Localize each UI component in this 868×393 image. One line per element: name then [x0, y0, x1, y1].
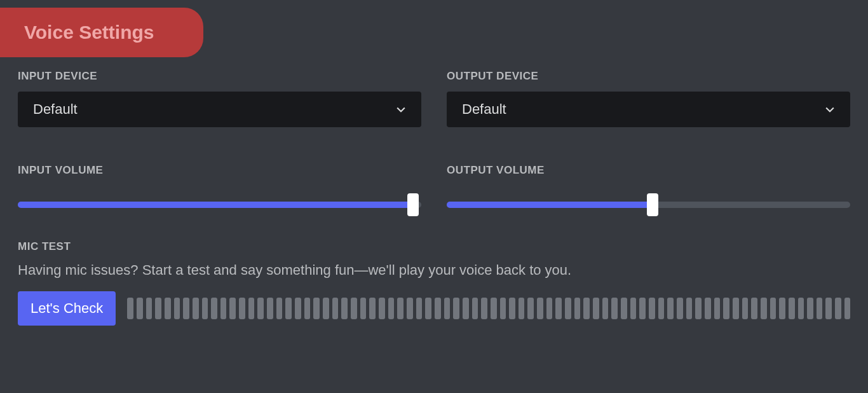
meter-bar	[686, 298, 693, 319]
meter-bar	[639, 298, 646, 319]
meter-bar	[304, 298, 311, 319]
meter-bar	[705, 298, 711, 319]
meter-bar	[583, 298, 590, 319]
meter-bar	[817, 298, 823, 319]
meter-bar	[360, 298, 367, 319]
meter-bar	[714, 298, 721, 319]
meter-bar	[574, 298, 581, 319]
meter-bar	[146, 298, 153, 319]
input-volume-slider[interactable]	[18, 197, 421, 212]
meter-bar	[742, 298, 749, 319]
slider-fill	[447, 202, 653, 208]
chevron-down-icon	[395, 103, 407, 116]
input-device-value: Default	[33, 101, 78, 118]
output-volume-slider[interactable]	[447, 197, 850, 212]
meter-bar	[155, 298, 161, 319]
input-device-label: INPUT DEVICE	[18, 70, 421, 83]
meter-bar	[341, 298, 348, 319]
meter-bar	[276, 298, 283, 319]
meter-bar	[193, 298, 199, 319]
meter-bar	[248, 298, 255, 319]
meter-bar	[649, 298, 655, 319]
meter-bar	[835, 298, 841, 319]
chevron-down-icon	[824, 103, 836, 116]
meter-bar	[519, 298, 525, 319]
input-device-select[interactable]: Default	[18, 92, 421, 127]
meter-bar	[416, 298, 423, 319]
meter-bar	[500, 298, 506, 319]
meter-bar	[509, 298, 515, 319]
meter-bar	[555, 298, 562, 319]
meter-bar	[825, 298, 832, 319]
meter-bar	[630, 298, 637, 319]
meter-bar	[844, 298, 851, 319]
mic-test-description: Having mic issues? Start a test and say …	[18, 262, 850, 279]
meter-bar	[425, 298, 431, 319]
page-title: Voice Settings	[0, 8, 203, 57]
meter-bar	[332, 298, 339, 319]
meter-bar	[546, 298, 553, 319]
output-device-label: OUTPUT DEVICE	[447, 70, 850, 83]
meter-bar	[407, 298, 413, 319]
meter-bar	[779, 298, 785, 319]
meter-bar	[789, 298, 795, 319]
meter-bar	[267, 298, 273, 319]
meter-bar	[491, 298, 497, 319]
meter-bar	[658, 298, 665, 319]
meter-bar	[751, 298, 757, 319]
meter-bar	[257, 298, 264, 319]
meter-bar	[379, 298, 385, 319]
output-device-value: Default	[462, 101, 506, 118]
meter-bar	[351, 298, 357, 319]
meter-bar	[565, 298, 571, 319]
slider-thumb[interactable]	[647, 193, 658, 216]
output-device-select[interactable]: Default	[447, 92, 850, 127]
meter-bar	[435, 298, 441, 319]
meter-bar	[667, 298, 674, 319]
meter-bar	[611, 298, 618, 319]
meter-bar	[798, 298, 804, 319]
meter-bar	[621, 298, 627, 319]
meter-bar	[165, 298, 171, 319]
slider-thumb[interactable]	[407, 193, 419, 216]
lets-check-button[interactable]: Let's Check	[18, 291, 116, 326]
meter-bar	[220, 298, 227, 319]
meter-bar	[463, 298, 469, 319]
meter-bar	[733, 298, 739, 319]
meter-bar	[723, 298, 729, 319]
meter-bar	[388, 298, 395, 319]
meter-bar	[695, 298, 702, 319]
meter-bar	[397, 298, 403, 319]
meter-bar	[211, 298, 217, 319]
meter-bar	[183, 298, 189, 319]
meter-bar	[770, 298, 776, 319]
meter-bar	[174, 298, 180, 319]
output-volume-label: OUTPUT VOLUME	[447, 164, 850, 177]
meter-bar	[127, 298, 133, 319]
meter-bar	[285, 298, 292, 319]
meter-bar	[369, 298, 376, 319]
meter-bar	[295, 298, 301, 319]
meter-bar	[323, 298, 329, 319]
meter-bar	[602, 298, 609, 319]
mic-level-meter	[127, 298, 850, 319]
meter-bar	[537, 298, 543, 319]
input-volume-label: INPUT VOLUME	[18, 164, 421, 177]
slider-fill	[18, 202, 413, 208]
meter-bar	[239, 298, 245, 319]
meter-bar	[807, 298, 813, 319]
meter-bar	[229, 298, 236, 319]
meter-bar	[313, 298, 320, 319]
meter-bar	[677, 298, 683, 319]
meter-bar	[761, 298, 767, 319]
meter-bar	[472, 298, 478, 319]
meter-bar	[527, 298, 534, 319]
meter-bar	[593, 298, 599, 319]
meter-bar	[137, 298, 143, 319]
meter-bar	[453, 298, 459, 319]
meter-bar	[444, 298, 451, 319]
mic-test-label: MIC TEST	[18, 240, 850, 253]
meter-bar	[481, 298, 487, 319]
meter-bar	[202, 298, 208, 319]
